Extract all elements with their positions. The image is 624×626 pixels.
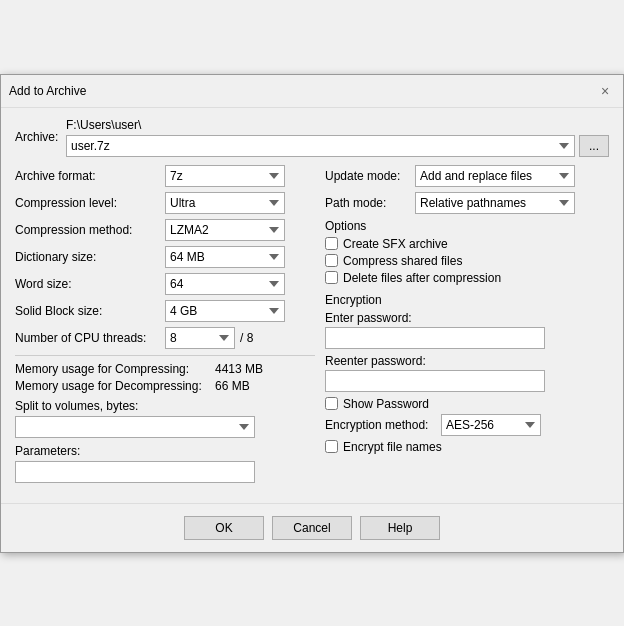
delete-after-label: Delete files after compression bbox=[343, 271, 501, 285]
params-label: Parameters: bbox=[15, 444, 315, 458]
path-mode-select[interactable]: Relative pathnames bbox=[415, 192, 575, 214]
compression-method-select[interactable]: LZMA2 bbox=[165, 219, 285, 241]
archive-format-row: Archive format: 7z bbox=[15, 165, 315, 187]
dictionary-size-select[interactable]: 64 MB bbox=[165, 246, 285, 268]
close-button[interactable]: × bbox=[595, 81, 615, 101]
encryption-group: Encryption Enter password: Reenter passw… bbox=[325, 293, 609, 454]
compression-level-label: Compression level: bbox=[15, 196, 165, 210]
word-size-select[interactable]: 64 bbox=[165, 273, 285, 295]
show-password-row: Show Password bbox=[325, 397, 609, 411]
memory-decompress-row: Memory usage for Decompressing: 66 MB bbox=[15, 379, 315, 393]
divider bbox=[15, 355, 315, 356]
dictionary-size-label: Dictionary size: bbox=[15, 250, 165, 264]
dialog-content: Archive: F:\Users\user\ user.7z ... Arch… bbox=[1, 108, 623, 493]
cpu-max-label: / 8 bbox=[240, 331, 253, 345]
compress-shared-row: Compress shared files bbox=[325, 254, 609, 268]
cancel-button[interactable]: Cancel bbox=[272, 516, 352, 540]
compression-level-select[interactable]: Ultra bbox=[165, 192, 285, 214]
options-title: Options bbox=[325, 219, 609, 233]
archive-format-label: Archive format: bbox=[15, 169, 165, 183]
archive-label: Archive: bbox=[15, 130, 60, 144]
left-column: Archive format: 7z Compression level: Ul… bbox=[15, 165, 315, 483]
memory-compress-value: 4413 MB bbox=[215, 362, 263, 376]
cpu-threads-label: Number of CPU threads: bbox=[15, 331, 165, 345]
main-grid: Archive format: 7z Compression level: Ul… bbox=[15, 165, 609, 483]
encryption-method-row: Encryption method: AES-256 bbox=[325, 414, 609, 436]
ok-button[interactable]: OK bbox=[184, 516, 264, 540]
update-mode-row: Update mode: Add and replace files bbox=[325, 165, 609, 187]
split-section: Split to volumes, bytes: bbox=[15, 399, 315, 438]
dictionary-size-row: Dictionary size: 64 MB bbox=[15, 246, 315, 268]
encryption-method-select[interactable]: AES-256 bbox=[441, 414, 541, 436]
compression-level-row: Compression level: Ultra bbox=[15, 192, 315, 214]
params-input[interactable] bbox=[15, 461, 255, 483]
archive-path-col: F:\Users\user\ user.7z ... bbox=[66, 118, 609, 157]
archive-combo: user.7z ... bbox=[66, 135, 609, 157]
show-password-label: Show Password bbox=[343, 397, 429, 411]
window-title: Add to Archive bbox=[9, 84, 86, 98]
options-group: Options Create SFX archive Compress shar… bbox=[325, 219, 609, 285]
browse-button[interactable]: ... bbox=[579, 135, 609, 157]
archive-format-select[interactable]: 7z bbox=[165, 165, 285, 187]
reenter-password-label: Reenter password: bbox=[325, 354, 609, 368]
cpu-threads-select[interactable]: 8 bbox=[165, 327, 235, 349]
update-mode-select[interactable]: Add and replace files bbox=[415, 165, 575, 187]
cpu-threads-row: Number of CPU threads: 8 / 8 bbox=[15, 327, 315, 349]
path-mode-label: Path mode: bbox=[325, 196, 415, 210]
right-column: Update mode: Add and replace files Path … bbox=[325, 165, 609, 483]
enter-password-input[interactable] bbox=[325, 327, 545, 349]
memory-decompress-value: 66 MB bbox=[215, 379, 250, 393]
delete-after-checkbox[interactable] bbox=[325, 271, 338, 284]
delete-after-row: Delete files after compression bbox=[325, 271, 609, 285]
reenter-password-input[interactable] bbox=[325, 370, 545, 392]
split-label: Split to volumes, bytes: bbox=[15, 399, 315, 413]
encrypt-names-label: Encrypt file names bbox=[343, 440, 442, 454]
footer: OK Cancel Help bbox=[1, 503, 623, 552]
compress-shared-checkbox[interactable] bbox=[325, 254, 338, 267]
solid-block-row: Solid Block size: 4 GB bbox=[15, 300, 315, 322]
memory-compress-label: Memory usage for Compressing: bbox=[15, 362, 215, 376]
encrypt-names-row: Encrypt file names bbox=[325, 440, 609, 454]
titlebar: Add to Archive × bbox=[1, 75, 623, 108]
word-size-label: Word size: bbox=[15, 277, 165, 291]
word-size-row: Word size: 64 bbox=[15, 273, 315, 295]
show-password-checkbox[interactable] bbox=[325, 397, 338, 410]
compression-method-label: Compression method: bbox=[15, 223, 165, 237]
solid-block-label: Solid Block size: bbox=[15, 304, 165, 318]
path-mode-row: Path mode: Relative pathnames bbox=[325, 192, 609, 214]
main-window: Add to Archive × Archive: F:\Users\user\… bbox=[0, 74, 624, 553]
archive-path: F:\Users\user\ bbox=[66, 118, 609, 132]
archive-filename-select[interactable]: user.7z bbox=[66, 135, 575, 157]
encrypt-names-checkbox[interactable] bbox=[325, 440, 338, 453]
help-button[interactable]: Help bbox=[360, 516, 440, 540]
encryption-title: Encryption bbox=[325, 293, 609, 307]
enter-password-label: Enter password: bbox=[325, 311, 609, 325]
compress-shared-label: Compress shared files bbox=[343, 254, 462, 268]
update-mode-label: Update mode: bbox=[325, 169, 415, 183]
create-sfx-checkbox[interactable] bbox=[325, 237, 338, 250]
create-sfx-row: Create SFX archive bbox=[325, 237, 609, 251]
memory-compress-row: Memory usage for Compressing: 4413 MB bbox=[15, 362, 315, 376]
compression-method-row: Compression method: LZMA2 bbox=[15, 219, 315, 241]
archive-row: Archive: F:\Users\user\ user.7z ... bbox=[15, 118, 609, 157]
solid-block-select[interactable]: 4 GB bbox=[165, 300, 285, 322]
split-select[interactable] bbox=[15, 416, 255, 438]
encryption-method-label: Encryption method: bbox=[325, 418, 435, 432]
memory-decompress-label: Memory usage for Decompressing: bbox=[15, 379, 215, 393]
create-sfx-label: Create SFX archive bbox=[343, 237, 448, 251]
params-section: Parameters: bbox=[15, 444, 315, 483]
